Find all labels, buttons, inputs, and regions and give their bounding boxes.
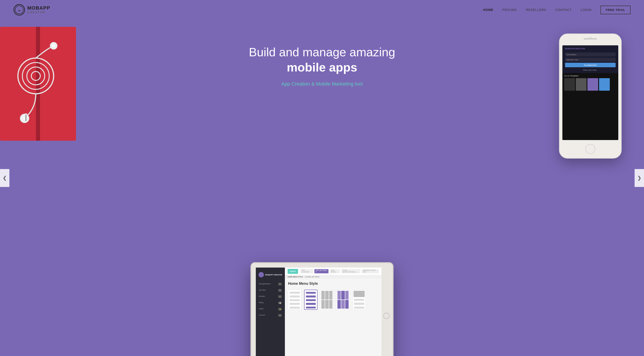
subtab-home-menu[interactable]: HOME MENU STYLE: [288, 276, 303, 278]
hero-left-image: [0, 27, 85, 147]
tablet-subtabs: HOME MENU STYLE GLOBAL SETTINGS: [285, 275, 382, 279]
phone-screen: MOBAPPCREATOR Email Address Application …: [562, 45, 618, 140]
slide-prev-button[interactable]: ❮: [0, 169, 10, 187]
slide-next-button[interactable]: ❯: [634, 169, 644, 187]
hero-section: ❮ ❯: [0, 0, 644, 356]
tablet-logo-icon: [258, 272, 264, 277]
phone-form: Email Address Application Code Try Appli…: [562, 51, 618, 73]
main-nav: HOME PRICING RESELLERS CONTACT LOGIN FRE…: [483, 5, 630, 14]
tablet-badge-team: 🔧: [278, 289, 282, 292]
tablet-logo-text: MOBAPP CREATOR: [265, 274, 282, 276]
tablet-app-name[interactable]: Square: [288, 269, 298, 274]
style-item-2[interactable]: [304, 290, 318, 310]
style-item-5[interactable]: [352, 290, 366, 310]
style-preview-5: [352, 290, 366, 310]
tablet-tabs: APP CONTENT APP SETTINGS ▾ APP STATS PUS…: [300, 269, 379, 273]
logo-subtitle: CREATOR: [27, 11, 50, 14]
nav-contact[interactable]: CONTACT: [555, 8, 572, 12]
hero-title: Build and manage amazing mobile apps: [244, 45, 400, 75]
tablet-menu-billing[interactable]: Billing 📋: [256, 300, 285, 306]
notebook-image: [0, 27, 76, 141]
tablet-home-button[interactable]: [383, 313, 390, 319]
nav-pricing[interactable]: PRICING: [502, 8, 517, 12]
tablet-device: MOBAPP CREATOR My Applications 6 My Team…: [250, 262, 394, 356]
tablet-content-title: Home Menu Style: [288, 282, 378, 286]
phone-app-title: MOBAPPCREATOR: [565, 48, 616, 50]
phone-try-button[interactable]: Try Application: [565, 63, 616, 67]
tablet-badge-admin: 🔒: [278, 308, 282, 311]
logo-brand: MOBAPP: [27, 5, 50, 11]
free-trial-button[interactable]: FREE TRIAL: [600, 5, 630, 14]
phone-device: MOBAPPCREATOR Email Address Application …: [559, 33, 622, 159]
svg-point-2: [18, 58, 54, 94]
svg-point-5: [31, 71, 40, 80]
template-item-3: [588, 78, 598, 91]
earphones-image: [2, 36, 69, 130]
svg-point-4: [27, 67, 45, 85]
tablet-screen: MOBAPP CREATOR My Applications 6 My Team…: [256, 268, 382, 356]
tablet-topbar: Square APP CONTENT APP SETTINGS ▾ APP ST…: [285, 268, 382, 275]
style-item-3[interactable]: [320, 290, 334, 310]
tablet-main-content: Square APP CONTENT APP SETTINGS ▾ APP ST…: [285, 268, 382, 356]
tab-app-content[interactable]: APP CONTENT: [300, 269, 313, 273]
tab-promote[interactable]: PROMOTE YOUR APP: [362, 269, 379, 273]
template-item-1: [564, 78, 575, 91]
tablet-sidebar: MOBAPP CREATOR My Applications 6 My Team…: [256, 268, 285, 356]
tablet-style-options: [288, 290, 378, 310]
tab-push[interactable]: PUSH NOTIFICATIONS ▾: [341, 269, 360, 273]
tablet-badge-apps: 6: [278, 283, 282, 285]
phone-code-field: Application Code: [565, 58, 616, 62]
style-preview-4: [336, 290, 350, 310]
style-item-4[interactable]: [336, 290, 350, 310]
hero-phone-image: MOBAPPCREATOR Email Address Application …: [559, 33, 626, 163]
template-item-4: [599, 78, 610, 91]
phone-link: Share code to beta...: [565, 68, 616, 72]
logo-text: MOBAPP CREATOR: [27, 5, 50, 14]
svg-point-9: [52, 44, 56, 48]
nav-login[interactable]: LOGIN: [581, 8, 592, 12]
style-item-1[interactable]: [288, 290, 302, 310]
hero-center-content: Build and manage amazing mobile apps App…: [244, 45, 400, 87]
logo-icon: [14, 4, 25, 16]
tablet-logo: MOBAPP CREATOR: [256, 270, 285, 281]
nav-home[interactable]: HOME: [483, 8, 493, 12]
subtab-global[interactable]: GLOBAL SETTINGS: [305, 276, 320, 278]
tablet-badge-reseller: 1: [278, 295, 282, 298]
tab-app-stats[interactable]: APP STATS: [330, 269, 340, 273]
tablet-badge-account: 4: [278, 314, 282, 317]
template-item-2: [576, 78, 586, 91]
logo-area[interactable]: MOBAPP CREATOR: [14, 4, 50, 16]
header: MOBAPP CREATOR HOME PRICING RESELLERS CO…: [0, 0, 644, 20]
phone-templates-title: Try our Templates: [564, 75, 616, 77]
tab-app-settings[interactable]: APP SETTINGS ▾: [314, 269, 328, 273]
phone-speaker: [584, 38, 597, 39]
hero-subtitle: App Creation & Mobile Marketing tool: [281, 81, 363, 87]
tablet-menu-team[interactable]: My Team 🔧: [256, 287, 285, 294]
hero-tablet-image: MOBAPP CREATOR My Applications 6 My Team…: [250, 262, 394, 356]
phone-home-button[interactable]: [586, 144, 595, 154]
tablet-menu-account[interactable]: Account 4: [256, 312, 285, 319]
phone-email-field: Email Address: [565, 52, 616, 56]
tablet-menu-admin[interactable]: Admin 🔒: [256, 306, 285, 312]
phone-templates: Try our Templates: [562, 73, 618, 140]
tablet-content-area: Home Menu Style: [285, 279, 382, 356]
svg-rect-10: [25, 114, 27, 122]
style-preview-1: [288, 290, 302, 310]
style-preview-2: [304, 290, 318, 310]
tablet-menu-applications[interactable]: My Applications 6: [256, 281, 285, 287]
phone-app-header: MOBAPPCREATOR: [562, 45, 618, 51]
tablet-badge-billing: 📋: [278, 302, 282, 304]
nav-resellers[interactable]: RESELLERS: [526, 8, 546, 12]
tablet-menu-reseller[interactable]: Reseller 1: [256, 294, 285, 300]
style-preview-3: [320, 290, 334, 310]
phone-templates-grid: [564, 78, 616, 91]
